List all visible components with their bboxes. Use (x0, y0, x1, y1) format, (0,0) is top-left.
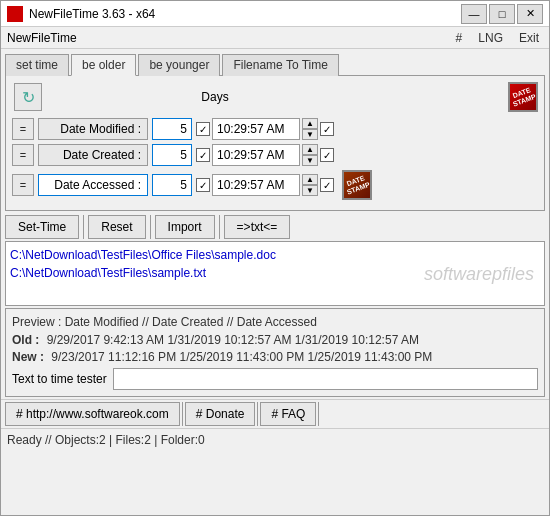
preview-header: Preview : Date Modified // Date Created … (12, 315, 538, 329)
row-date-modified: = Date Modified : ✓ ▲ ▼ ✓ (12, 118, 538, 140)
file-entry-1: C:\NetDownload\TestFiles\sample.txt (10, 264, 540, 282)
row-date-accessed: = Date Accessed : ✓ ▲ ▼ ✓ DATESTAMP (12, 170, 538, 200)
spin-accessed: ▲ ▼ (302, 174, 318, 196)
spin-up-created[interactable]: ▲ (302, 144, 318, 155)
check-time-modified[interactable]: ✓ (196, 122, 210, 136)
refresh-button[interactable]: ↻ (14, 83, 42, 111)
check-enabled-accessed[interactable]: ✓ (320, 178, 334, 192)
tab-set-time[interactable]: set time (5, 54, 69, 76)
close-button[interactable]: ✕ (517, 4, 543, 24)
time-input-modified[interactable] (212, 118, 300, 140)
old-label: Old : (12, 333, 39, 347)
divider-3 (219, 215, 220, 239)
eq-btn-accessed[interactable]: = (12, 174, 34, 196)
import-button[interactable]: Import (155, 215, 215, 239)
text-tester-label: Text to time tester (12, 372, 107, 386)
row-date-created: = Date Created : ✓ ▲ ▼ ✓ (12, 144, 538, 166)
window-controls: — □ ✕ (461, 4, 543, 24)
tab-filename-to-time[interactable]: Filename To Time (222, 54, 338, 76)
days-input-accessed[interactable] (152, 174, 192, 196)
divider-2 (150, 215, 151, 239)
menu-items: # LNG Exit (452, 30, 543, 46)
time-group-accessed: ✓ ▲ ▼ ✓ (196, 174, 334, 196)
status-bar: Ready // Objects:2 | Files:2 | Folder:0 (1, 428, 549, 450)
text-tester-input[interactable] (113, 368, 538, 390)
reset-button[interactable]: Reset (88, 215, 145, 239)
new-label: New : (12, 350, 44, 364)
bottom-links: # http://www.softwareok.com # Donate # F… (1, 399, 549, 428)
spin-up-accessed[interactable]: ▲ (302, 174, 318, 185)
time-group-created: ✓ ▲ ▼ ✓ (196, 144, 334, 166)
link-donate[interactable]: # Donate (185, 402, 256, 426)
check-time-created[interactable]: ✓ (196, 148, 210, 162)
spin-modified: ▲ ▼ (302, 118, 318, 140)
spin-created: ▲ ▼ (302, 144, 318, 166)
label-date-modified: Date Modified : (38, 118, 148, 140)
label-date-accessed: Date Accessed : (38, 174, 148, 196)
spin-down-modified[interactable]: ▼ (302, 129, 318, 140)
main-window: NewFileTime 3.63 - x64 — □ ✕ NewFileTime… (0, 0, 550, 516)
file-entry-0: C:\NetDownload\TestFiles\Office Files\sa… (10, 246, 540, 264)
eq-btn-created[interactable]: = (12, 144, 34, 166)
time-input-created[interactable] (212, 144, 300, 166)
days-input-modified[interactable] (152, 118, 192, 140)
link-faq[interactable]: # FAQ (260, 402, 316, 426)
window-title: NewFileTime 3.63 - x64 (29, 7, 461, 21)
time-group-modified: ✓ ▲ ▼ ✓ (196, 118, 334, 140)
label-date-created: Date Created : (38, 144, 148, 166)
preview-new-row: New : 9/23/2017 11:12:16 PM 1/25/2019 11… (12, 350, 538, 364)
preview-old-row: Old : 9/29/2017 9:42:13 AM 1/31/2019 10:… (12, 333, 538, 347)
days-column-label: Days (201, 90, 228, 104)
app-name-label: NewFileTime (7, 31, 77, 45)
eq-btn-modified[interactable]: = (12, 118, 34, 140)
minimize-button[interactable]: — (461, 4, 487, 24)
check-enabled-modified[interactable]: ✓ (320, 122, 334, 136)
stamp-icon-top: DATESTAMP (508, 82, 538, 112)
divider-link-1 (182, 402, 183, 426)
menu-exit[interactable]: Exit (515, 30, 543, 46)
preview-panel: Preview : Date Modified // Date Created … (5, 308, 545, 397)
time-input-accessed[interactable] (212, 174, 300, 196)
divider-1 (83, 215, 84, 239)
tab-be-younger[interactable]: be younger (138, 54, 220, 76)
check-enabled-created[interactable]: ✓ (320, 148, 334, 162)
link-website[interactable]: # http://www.softwareok.com (5, 402, 180, 426)
to-txt-button[interactable]: =>txt<= (224, 215, 291, 239)
text-tester-row: Text to time tester (12, 368, 538, 390)
maximize-button[interactable]: □ (489, 4, 515, 24)
divider-link-3 (318, 402, 319, 426)
divider-link-2 (257, 402, 258, 426)
days-input-created[interactable] (152, 144, 192, 166)
check-time-accessed[interactable]: ✓ (196, 178, 210, 192)
tabs-bar: set time be older be younger Filename To… (1, 49, 549, 75)
action-bar: Set-Time Reset Import =>txt<= (5, 215, 545, 239)
spin-up-modified[interactable]: ▲ (302, 118, 318, 129)
old-value: 9/29/2017 9:42:13 AM 1/31/2019 10:12:57 … (47, 333, 419, 347)
main-panel: ↻ Days DATESTAMP = Date Modified : ✓ ▲ ▼… (5, 75, 545, 211)
spin-down-accessed[interactable]: ▼ (302, 185, 318, 196)
tab-be-older[interactable]: be older (71, 54, 136, 76)
menu-lng[interactable]: LNG (474, 30, 507, 46)
menu-hash[interactable]: # (452, 30, 467, 46)
set-time-button[interactable]: Set-Time (5, 215, 79, 239)
app-icon (7, 6, 23, 22)
menu-bar: NewFileTime # LNG Exit (1, 27, 549, 49)
file-list-panel: C:\NetDownload\TestFiles\Office Files\sa… (5, 241, 545, 306)
new-value: 9/23/2017 11:12:16 PM 1/25/2019 11:43:00… (51, 350, 432, 364)
spin-down-created[interactable]: ▼ (302, 155, 318, 166)
stamp-icon-bottom: DATESTAMP (342, 170, 372, 200)
panel-header: ↻ Days DATESTAMP (12, 82, 538, 112)
status-text: Ready // Objects:2 | Files:2 | Folder:0 (7, 433, 205, 447)
title-bar: NewFileTime 3.63 - x64 — □ ✕ (1, 1, 549, 27)
